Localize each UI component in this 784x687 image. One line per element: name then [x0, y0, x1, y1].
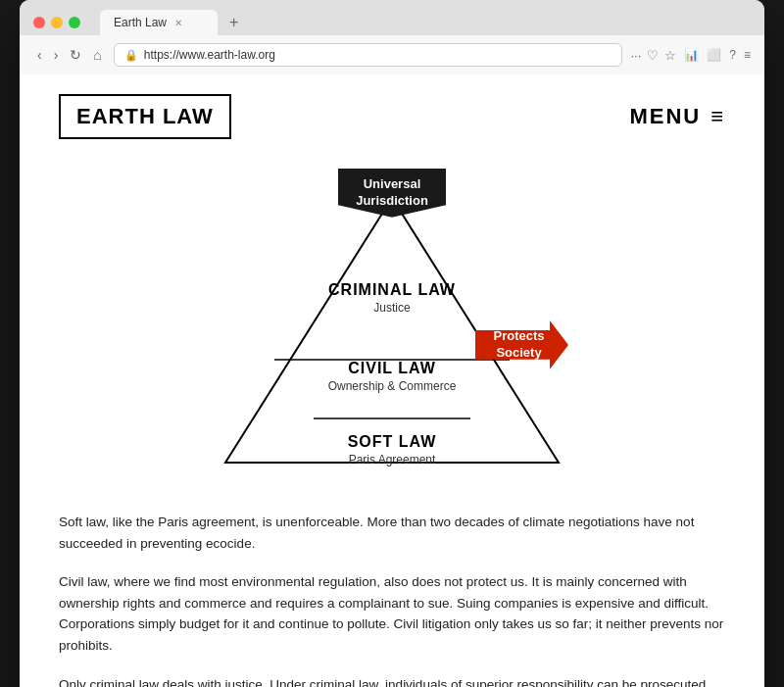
home-button[interactable]: ⌂	[89, 45, 105, 65]
flag-label-line2: Jurisdiction	[356, 193, 428, 208]
tab-bar: Earth Law ✕ +	[100, 10, 751, 35]
paragraph-3: Only criminal law deals with justice. Un…	[59, 674, 725, 687]
help-icon[interactable]: ?	[729, 48, 736, 62]
browser-toolbar: ‹ › ↻ ⌂ 🔒 https://www.earth-law.org ··· …	[20, 35, 764, 74]
arrow-label-line1: Protects	[493, 328, 544, 343]
address-bar[interactable]: 🔒 https://www.earth-law.org	[114, 43, 623, 67]
tab-title: Earth Law	[114, 16, 167, 29]
menu-button[interactable]: MENU ≡	[629, 104, 725, 129]
reload-button[interactable]: ↻	[66, 45, 85, 65]
pyramid-section: CRIMINAL LAW Justice CIVIL LAW Ownership…	[20, 159, 764, 512]
new-tab-button[interactable]: +	[221, 10, 246, 35]
browser-window: Earth Law ✕ + ‹ › ↻ ⌂ 🔒 https://www.eart…	[20, 0, 764, 687]
site-header: EARTH LAW MENU ≡	[20, 74, 764, 159]
star-icon[interactable]: ☆	[664, 48, 676, 63]
paragraph-2: Civil law, where we find most environmen…	[59, 571, 725, 656]
paragraph-1: Soft law, like the Paris agreement, is u…	[59, 512, 725, 554]
body-text: Soft law, like the Paris agreement, is u…	[20, 512, 764, 687]
menu-label: MENU	[629, 104, 701, 129]
toolbar-right-icons: ··· ♡ ☆	[630, 48, 676, 63]
settings-icon[interactable]: ≡	[744, 48, 751, 62]
url-text: https://www.earth-law.org	[144, 48, 275, 62]
nav-buttons: ‹ › ↻ ⌂	[33, 45, 106, 65]
lock-icon: 🔒	[124, 49, 138, 62]
flag-label-line1: Universal	[364, 176, 421, 191]
logo-box: EARTH LAW	[59, 94, 231, 139]
traffic-lights	[33, 17, 80, 28]
forward-button[interactable]: ›	[50, 45, 63, 65]
maximize-button[interactable]	[69, 17, 80, 28]
close-button[interactable]	[33, 17, 45, 28]
extensions-icon[interactable]: ···	[630, 48, 641, 63]
reading-list-icon[interactable]: 📊	[684, 48, 699, 62]
browser-right-toolbar: 📊 ⬜ ? ≡	[684, 48, 751, 62]
arrow-label-line2: Society	[496, 345, 541, 360]
logo-text: EARTH LAW	[76, 104, 214, 128]
back-button[interactable]: ‹	[33, 45, 46, 65]
hamburger-icon: ≡	[710, 104, 725, 129]
bookmark-icon[interactable]: ♡	[647, 48, 659, 63]
sidebar-icon[interactable]: ⬜	[707, 48, 721, 62]
active-tab[interactable]: Earth Law ✕	[100, 10, 218, 35]
pyramid-container: CRIMINAL LAW Justice CIVIL LAW Ownership…	[186, 169, 598, 482]
minimize-button[interactable]	[51, 17, 63, 28]
browser-titlebar: Earth Law ✕ +	[20, 0, 764, 35]
page-content: EARTH LAW MENU ≡	[20, 74, 764, 687]
tab-close-button[interactable]: ✕	[174, 18, 182, 28]
